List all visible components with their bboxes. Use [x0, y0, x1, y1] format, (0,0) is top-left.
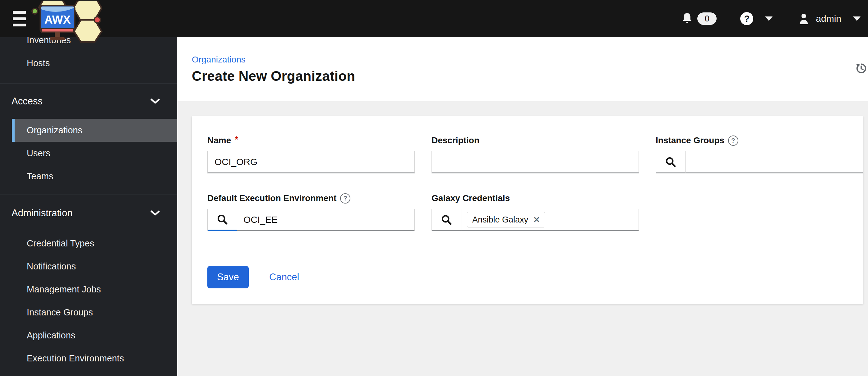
help-menu-caret-icon[interactable]	[765, 17, 773, 21]
svg-text:AWX: AWX	[44, 13, 71, 26]
default-execution-environment-input[interactable]	[237, 209, 414, 231]
page-body: Name * Description Instance Groups	[177, 101, 868, 376]
field-default-execution-environment: Default Execution Environment ?	[207, 193, 415, 231]
field-name: Name *	[207, 135, 415, 174]
credential-chip: Ansible Galaxy ✕	[467, 212, 545, 227]
instance-groups-input[interactable]	[685, 151, 863, 174]
required-asterisk: *	[235, 134, 238, 145]
sidebar-item-credential-types[interactable]: Credential Types	[12, 232, 177, 255]
sidebar-item-instance-groups[interactable]: Instance Groups	[12, 301, 177, 324]
field-galaxy-credentials: Galaxy Credentials Ansible Galaxy	[432, 193, 639, 231]
sidebar: Inventories Hosts Access Organizations U…	[0, 37, 177, 376]
notifications-count-badge: 0	[697, 12, 717, 25]
page-header: Organizations Create New Organization	[177, 37, 868, 101]
user-menu[interactable]: admin	[799, 12, 841, 25]
sidebar-item-notifications[interactable]: Notifications	[12, 255, 177, 278]
search-icon	[665, 156, 677, 168]
user-menu-caret-icon[interactable]	[853, 17, 861, 21]
instance-groups-search-button[interactable]	[656, 151, 685, 174]
page-title: Create New Organization	[192, 68, 868, 84]
field-description: Description	[432, 135, 639, 174]
chevron-down-icon	[150, 210, 160, 216]
default-execution-environment-help-icon[interactable]: ?	[340, 193, 350, 203]
sidebar-item-organizations[interactable]: Organizations	[12, 119, 177, 142]
sidebar-item-hosts[interactable]: Hosts	[12, 52, 177, 74]
chip-close-icon[interactable]: ✕	[533, 216, 540, 224]
cancel-link[interactable]: Cancel	[269, 272, 299, 283]
breadcrumb-organizations-link[interactable]: Organizations	[192, 55, 246, 64]
sidebar-item-applications[interactable]: Applications	[12, 324, 177, 347]
galaxy-credentials-search-button[interactable]	[432, 209, 461, 231]
form-actions: Save Cancel	[207, 266, 863, 288]
awx-logo[interactable]: AWX	[31, 1, 106, 43]
breadcrumb: Organizations	[192, 55, 868, 65]
sidebar-item-execution-environments[interactable]: Execution Environments	[12, 347, 177, 370]
user-icon	[799, 12, 809, 25]
sidebar-item-users[interactable]: Users	[12, 142, 177, 165]
default-execution-environment-search-button[interactable]	[208, 209, 237, 231]
credential-chip-label: Ansible Galaxy	[472, 215, 528, 225]
search-icon	[216, 214, 228, 225]
sidebar-item-teams[interactable]: Teams	[12, 165, 177, 188]
default-execution-environment-label: Default Execution Environment	[207, 193, 336, 203]
galaxy-credentials-label: Galaxy Credentials	[432, 193, 510, 203]
create-organization-form-card: Name * Description Instance Groups	[192, 116, 863, 304]
help-icon[interactable]: ?	[740, 12, 753, 25]
chevron-down-icon	[150, 98, 160, 104]
notifications-bell-icon[interactable]	[682, 12, 692, 25]
awx-monitor: AWX	[40, 6, 74, 40]
history-icon[interactable]	[855, 62, 867, 75]
save-button[interactable]: Save	[207, 266, 249, 288]
name-input[interactable]	[207, 151, 415, 174]
sidebar-group-access-label: Access	[11, 96, 42, 107]
masthead: AWX 0 ? admin	[0, 0, 868, 37]
nav-toggle-hamburger-icon[interactable]	[13, 11, 26, 26]
main-content: Organizations Create New Organization Na…	[177, 37, 868, 376]
description-input[interactable]	[432, 151, 639, 174]
description-label: Description	[432, 135, 479, 146]
sidebar-group-access[interactable]: Access	[0, 84, 177, 119]
galaxy-credentials-chip-area[interactable]: Ansible Galaxy ✕	[461, 209, 639, 231]
sidebar-item-management-jobs[interactable]: Management Jobs	[12, 278, 177, 301]
field-instance-groups: Instance Groups ?	[656, 135, 863, 174]
search-icon	[440, 214, 452, 226]
instance-groups-help-icon[interactable]: ?	[728, 135, 738, 146]
instance-groups-label: Instance Groups	[656, 135, 724, 146]
sidebar-group-administration[interactable]: Administration	[0, 194, 177, 232]
username-label: admin	[816, 13, 841, 24]
sidebar-group-administration-label: Administration	[11, 208, 72, 219]
name-label: Name	[207, 135, 231, 146]
